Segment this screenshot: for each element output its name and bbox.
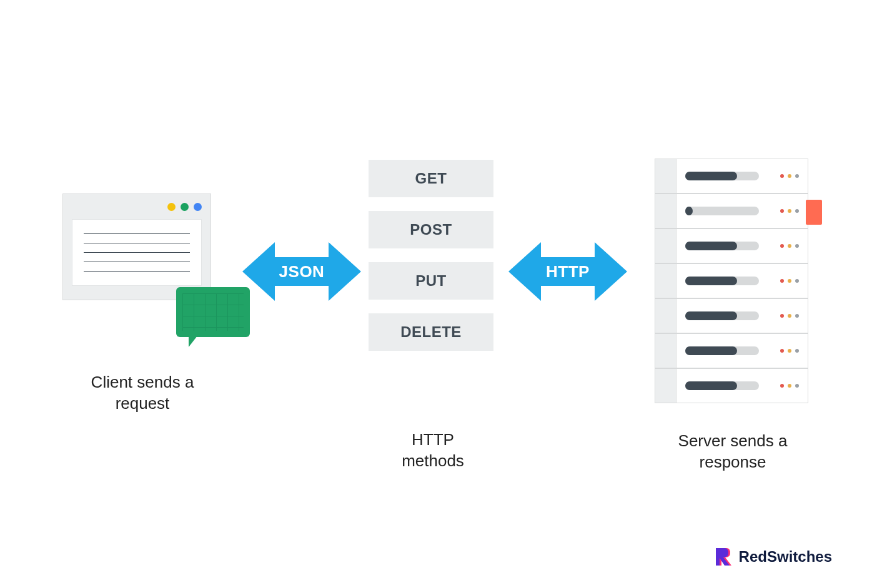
- http-method-get: GET: [369, 160, 493, 197]
- server-unit: [655, 159, 808, 194]
- client-block: [62, 194, 211, 300]
- server-unit: [655, 368, 808, 403]
- server-unit: [655, 263, 808, 298]
- server-caption: Server sends a response: [661, 431, 805, 473]
- http-method-post: POST: [369, 211, 493, 248]
- chat-bubble-icon: [176, 287, 250, 337]
- redswitches-icon: [715, 547, 733, 567]
- http-methods-caption: HTTP methods: [386, 429, 480, 472]
- http-arrow: HTTP: [508, 237, 627, 306]
- server-tag-icon: [806, 200, 822, 225]
- diagram-canvas: Client sends a request JSON GET POST PUT…: [0, 0, 877, 588]
- server-unit: [655, 298, 808, 333]
- browser-body: [72, 219, 202, 286]
- http-methods-list: GET POST PUT DELETE: [369, 160, 493, 351]
- browser-titlebar: [63, 194, 211, 219]
- server-unit: [655, 194, 808, 228]
- json-arrow: JSON: [242, 237, 361, 306]
- json-arrow-label: JSON: [279, 262, 325, 282]
- http-arrow-label: HTTP: [546, 262, 590, 282]
- browser-window-icon: [62, 194, 211, 300]
- window-dot-green-icon: [181, 203, 189, 211]
- window-dot-blue-icon: [194, 203, 202, 211]
- server-rack-icon: [655, 159, 808, 403]
- brand-name: RedSwitches: [739, 548, 832, 566]
- brand-logo: RedSwitches: [715, 547, 832, 567]
- client-caption: Client sends a request: [74, 372, 211, 414]
- http-method-put: PUT: [369, 262, 493, 300]
- http-method-delete: DELETE: [369, 313, 493, 351]
- server-unit: [655, 333, 808, 368]
- server-unit: [655, 228, 808, 263]
- window-dot-yellow-icon: [167, 203, 176, 211]
